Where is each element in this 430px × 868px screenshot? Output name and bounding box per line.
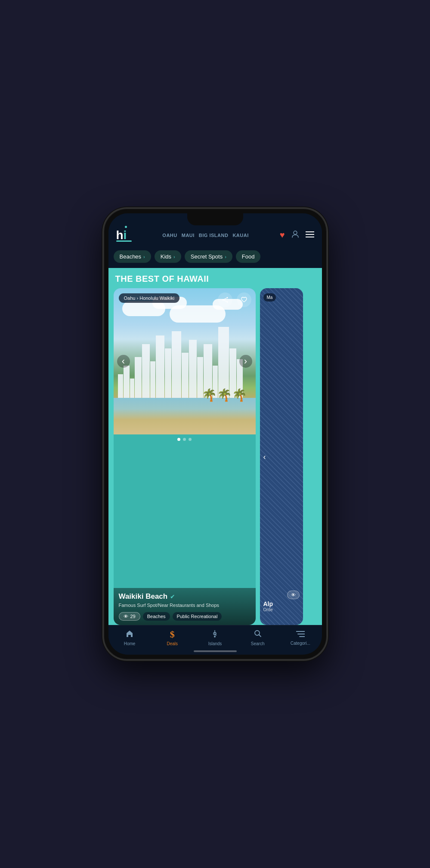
nav-island-bigisland[interactable]: BIG ISLAND bbox=[199, 233, 229, 238]
header-icons: ♥ bbox=[280, 230, 314, 240]
phone-frame: hi OAHU MAUI BIG ISLAND KAUAI ♥ bbox=[103, 208, 327, 660]
prev-card-button[interactable]: ‹ bbox=[117, 355, 130, 368]
notch bbox=[187, 213, 243, 225]
favorite-button[interactable] bbox=[237, 292, 251, 307]
category-food[interactable]: Food bbox=[236, 250, 261, 263]
card-secondary: Ma ‹ 👁 Alp Orde bbox=[260, 288, 303, 625]
secondary-location-badge: Ma bbox=[263, 293, 276, 302]
location-badge[interactable]: Oahu › Honolulu Waikiki bbox=[119, 293, 180, 303]
denim-texture bbox=[260, 288, 303, 625]
nav-item-deals[interactable]: $ Deals bbox=[159, 629, 185, 646]
svg-line-12 bbox=[259, 634, 261, 637]
card-info: Waikiki Beach ✔ Famous Surf Spot/Near Re… bbox=[114, 588, 256, 625]
card-main: 🌴🌴🌴 ‹ › Oahu › Honolulu Waikiki bbox=[114, 288, 256, 625]
nav-item-islands[interactable]: Islands bbox=[202, 629, 228, 646]
menu-icon[interactable] bbox=[306, 230, 314, 240]
svg-point-0 bbox=[294, 231, 297, 234]
profile-icon[interactable] bbox=[291, 230, 300, 240]
verified-badge: ✔ bbox=[170, 593, 175, 600]
svg-line-8 bbox=[223, 300, 226, 302]
secondary-prev-button[interactable]: ‹ bbox=[263, 452, 266, 461]
ocean-strip bbox=[114, 398, 256, 434]
svg-point-9 bbox=[214, 636, 216, 637]
card-description: Famous Surf Spot/Near Restaurants and Sh… bbox=[119, 602, 251, 609]
home-indicator bbox=[194, 650, 237, 652]
nav-island-kauai[interactable]: KAUAI bbox=[232, 233, 248, 238]
category-kids[interactable]: Kids › bbox=[155, 250, 181, 263]
card-dots bbox=[114, 434, 256, 445]
views-count: 29 bbox=[130, 614, 136, 619]
secondary-views: 👁 bbox=[287, 591, 300, 599]
secondary-subtitle: Orde bbox=[263, 607, 300, 612]
card-actions bbox=[218, 292, 251, 307]
section-title: THE BEST OF HAWAII bbox=[108, 268, 322, 288]
card-title-row: Waikiki Beach ✔ bbox=[119, 592, 251, 601]
share-button[interactable] bbox=[218, 292, 232, 307]
heart-icon[interactable]: ♥ bbox=[280, 230, 285, 240]
chevron-icon: › bbox=[225, 254, 226, 259]
category-bar: Beaches › Kids › Secret Spots › Food bbox=[108, 247, 322, 268]
category-secret-spots[interactable]: Secret Spots › bbox=[185, 250, 232, 263]
svg-line-7 bbox=[223, 298, 226, 300]
nav-item-search[interactable]: Search bbox=[245, 629, 271, 646]
svg-point-4 bbox=[226, 297, 228, 299]
views-tag: 👁 29 bbox=[119, 612, 140, 621]
dot-3 bbox=[189, 438, 192, 441]
tag-public-recreational[interactable]: Public Recreational bbox=[173, 612, 222, 621]
islands-icon bbox=[210, 629, 219, 640]
eye-icon: 👁 bbox=[124, 614, 128, 619]
nav-label-islands: Islands bbox=[208, 641, 222, 646]
phone-screen: hi OAHU MAUI BIG ISLAND KAUAI ♥ bbox=[108, 213, 322, 655]
chevron-icon: › bbox=[143, 254, 145, 259]
nav-label-categories: Categori... bbox=[291, 641, 310, 646]
card-title: Waikiki Beach bbox=[119, 592, 168, 601]
nav-island-oahu[interactable]: OAHU bbox=[162, 233, 177, 238]
nav-islands: OAHU MAUI BIG ISLAND KAUAI bbox=[162, 233, 248, 238]
nav-label-search: Search bbox=[251, 641, 265, 646]
nav-island-maui[interactable]: MAUI bbox=[182, 233, 195, 238]
nav-item-categories[interactable]: Categori... bbox=[288, 630, 313, 646]
secondary-card-content: Alp Orde bbox=[263, 600, 300, 612]
main-content: THE BEST OF HAWAII bbox=[108, 268, 322, 625]
svg-point-5 bbox=[226, 302, 228, 303]
card-tags: 👁 29 Beaches Public Recreational bbox=[119, 612, 251, 621]
nav-label-deals: Deals bbox=[167, 641, 178, 646]
dot-1 bbox=[177, 438, 180, 441]
deals-icon: $ bbox=[170, 629, 175, 640]
dot-2 bbox=[183, 438, 186, 441]
category-beaches[interactable]: Beaches › bbox=[114, 250, 151, 263]
screen-content: hi OAHU MAUI BIG ISLAND KAUAI ♥ bbox=[108, 213, 322, 655]
tag-beaches[interactable]: Beaches bbox=[143, 612, 170, 621]
secondary-title: Alp bbox=[263, 600, 300, 607]
home-icon bbox=[125, 629, 134, 640]
categories-icon bbox=[296, 630, 305, 640]
beach-image: 🌴🌴🌴 ‹ › bbox=[114, 288, 256, 434]
palm-trees: 🌴🌴🌴 bbox=[202, 388, 247, 402]
next-card-button[interactable]: › bbox=[239, 355, 252, 368]
chevron-icon: › bbox=[173, 254, 175, 259]
search-icon bbox=[254, 629, 262, 640]
logo-text: hi bbox=[116, 228, 132, 242]
nav-item-home[interactable]: Home bbox=[117, 629, 142, 646]
nav-label-home: Home bbox=[124, 641, 136, 646]
svg-point-6 bbox=[222, 299, 223, 301]
card-carousel: 🌴🌴🌴 ‹ › Oahu › Honolulu Waikiki bbox=[108, 288, 322, 625]
logo: hi bbox=[116, 228, 132, 242]
